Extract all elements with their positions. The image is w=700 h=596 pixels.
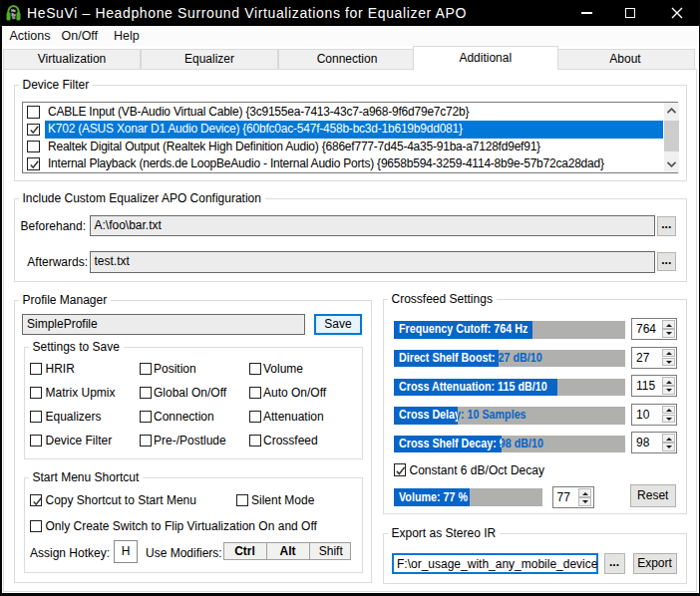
svg-text:Vi: Vi [12, 16, 15, 20]
